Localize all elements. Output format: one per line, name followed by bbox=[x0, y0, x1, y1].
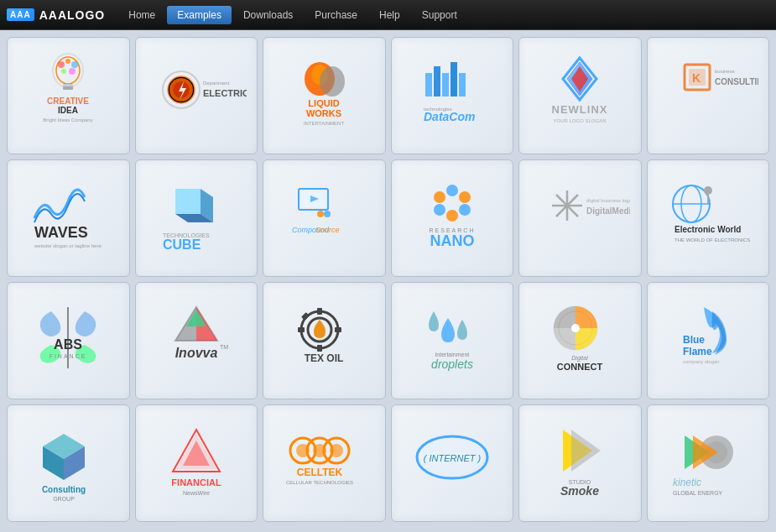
logo-kinetic[interactable]: kinetic GLOBAL ENERGY bbox=[647, 404, 770, 522]
svg-text:Source: Source bbox=[315, 226, 340, 234]
logo-blue-flame[interactable]: Blue Flame company slogan bbox=[647, 282, 770, 399]
logo-consulting-group[interactable]: Consulting GROUP bbox=[7, 404, 130, 522]
svg-point-4 bbox=[71, 61, 78, 68]
nav-home[interactable]: Home bbox=[118, 6, 165, 24]
svg-text:droplets: droplets bbox=[431, 357, 473, 371]
svg-text:FINANCIAL: FINANCIAL bbox=[171, 477, 221, 488]
svg-text:CONSULTING: CONSULTING bbox=[715, 77, 758, 86]
svg-marker-44 bbox=[175, 189, 201, 214]
nav-purchase[interactable]: Purchase bbox=[305, 6, 367, 24]
svg-text:GLOBAL ENERGY: GLOBAL ENERGY bbox=[673, 490, 723, 496]
svg-text:Department: Department bbox=[203, 81, 230, 86]
svg-rect-28 bbox=[450, 62, 457, 96]
svg-text:THE WORLD OF ELECTRONICS: THE WORLD OF ELECTRONICS bbox=[674, 237, 750, 243]
svg-text:TM: TM bbox=[220, 344, 228, 350]
svg-point-118 bbox=[313, 444, 326, 457]
svg-text:GROUP: GROUP bbox=[53, 496, 75, 502]
svg-text:Inovva: Inovva bbox=[174, 346, 217, 360]
logo-financial[interactable]: FINANCIAL NewsWire bbox=[135, 404, 258, 522]
svg-rect-91 bbox=[335, 327, 341, 332]
svg-text:kinetic: kinetic bbox=[673, 477, 701, 488]
logo-inovva[interactable]: Inovva TM bbox=[135, 282, 258, 399]
svg-point-73 bbox=[704, 186, 712, 195]
svg-point-6 bbox=[69, 68, 76, 75]
svg-text:Smoke: Smoke bbox=[560, 484, 599, 498]
svg-point-119 bbox=[330, 444, 343, 457]
svg-text:Consulting: Consulting bbox=[42, 485, 86, 494]
svg-rect-90 bbox=[298, 327, 305, 332]
svg-text:INTERTAINMENT: INTERTAINMENT bbox=[304, 121, 344, 126]
logo-newlinx[interactable]: NEWLINX YOUR LOGO SLOGAN bbox=[518, 37, 642, 154]
svg-text:CREATIVE: CREATIVE bbox=[47, 96, 89, 106]
logo-electronic-world[interactable]: Electronic World THE WORLD OF ELECTRONIC… bbox=[647, 159, 770, 277]
nav-logo: AAA AAALOGO bbox=[7, 8, 105, 22]
svg-text:Flame: Flame bbox=[683, 346, 712, 357]
logo-internet[interactable]: ( INTERNET ) bbox=[391, 404, 514, 522]
svg-rect-25 bbox=[425, 73, 432, 96]
svg-point-56 bbox=[434, 191, 445, 203]
logo-text: AAALOGO bbox=[39, 8, 106, 22]
svg-text:website slogan or tagline here: website slogan or tagline here bbox=[34, 243, 102, 248]
svg-text:NewsWire: NewsWire bbox=[183, 490, 210, 496]
logo-datacom[interactable]: technologies DataCom bbox=[391, 37, 514, 154]
svg-text:IDEA: IDEA bbox=[58, 106, 78, 115]
svg-point-53 bbox=[324, 211, 331, 217]
logo-celltek[interactable]: CELLTEK CELLULAR TECHNOLOGIES bbox=[263, 404, 386, 522]
logo-digital-media[interactable]: digital business logo DigitalMedia bbox=[518, 159, 642, 277]
svg-text:CUBE: CUBE bbox=[163, 237, 201, 252]
svg-rect-27 bbox=[442, 73, 449, 96]
svg-point-3 bbox=[65, 59, 70, 64]
svg-point-5 bbox=[61, 69, 66, 74]
svg-text:Bright Ideas Company: Bright Ideas Company bbox=[44, 117, 93, 123]
svg-rect-29 bbox=[459, 73, 466, 96]
svg-point-21 bbox=[320, 66, 345, 96]
svg-point-57 bbox=[446, 185, 458, 196]
svg-text:Blue: Blue bbox=[683, 334, 705, 346]
svg-text:company slogan: company slogan bbox=[683, 359, 720, 364]
svg-text:Digital: Digital bbox=[572, 355, 589, 362]
svg-text:K: K bbox=[692, 71, 700, 85]
logo-tex-oil[interactable]: TEX OIL bbox=[263, 282, 386, 399]
logo-studio-smoke[interactable]: STUDIO Smoke bbox=[518, 404, 642, 522]
svg-text:NEWLINX: NEWLINX bbox=[552, 103, 608, 116]
svg-text:CELLTEK: CELLTEK bbox=[297, 467, 343, 478]
logo-creative-idea[interactable]: CREATIVE IDEA Bright Ideas Company bbox=[7, 37, 130, 154]
svg-text:intertainment: intertainment bbox=[435, 352, 470, 357]
logo-abs[interactable]: ABS FINANCE bbox=[7, 282, 130, 399]
logo-business-consulting[interactable]: K business CONSULTING bbox=[647, 37, 770, 154]
svg-point-52 bbox=[317, 211, 324, 217]
svg-point-59 bbox=[434, 204, 445, 216]
svg-text:business: business bbox=[715, 69, 735, 74]
svg-text:( INTERNET ): ( INTERNET ) bbox=[424, 453, 482, 463]
logo-cube[interactable]: TECHNOLOGIES CUBE bbox=[135, 159, 258, 277]
nav-links: Home Examples Downloads Purchase Help Su… bbox=[118, 6, 467, 24]
svg-text:CELLULAR TECHNOLOGIES: CELLULAR TECHNOLOGIES bbox=[286, 480, 353, 485]
svg-rect-8 bbox=[63, 86, 73, 90]
logo-digital-connect[interactable]: Digital CONNECT bbox=[518, 282, 642, 399]
logo-grid: CREATIVE IDEA Bright Ideas Company bbox=[7, 37, 769, 522]
svg-point-58 bbox=[459, 191, 471, 203]
logo-liquid-works[interactable]: LIQUID WORKS INTERTAINMENT bbox=[263, 37, 386, 154]
svg-text:WAVES: WAVES bbox=[34, 224, 88, 241]
svg-point-2 bbox=[58, 61, 65, 68]
nav-examples[interactable]: Examples bbox=[167, 6, 232, 24]
svg-text:CONNECT: CONNECT bbox=[557, 362, 603, 372]
svg-point-60 bbox=[446, 210, 458, 222]
svg-text:DigitalMedia: DigitalMedia bbox=[586, 206, 630, 216]
svg-marker-126 bbox=[571, 430, 601, 472]
svg-text:ELECTRIC: ELECTRIC bbox=[203, 88, 247, 98]
svg-point-61 bbox=[459, 204, 471, 216]
svg-rect-89 bbox=[317, 345, 322, 352]
logo-compound-source[interactable]: Compound Source bbox=[263, 159, 386, 277]
logo-electric[interactable]: Department ELECTRIC bbox=[135, 37, 258, 154]
logo-droplets[interactable]: intertainment droplets bbox=[391, 282, 514, 399]
svg-text:YOUR LOGO SLOGAN: YOUR LOGO SLOGAN bbox=[554, 118, 607, 123]
logo-nano[interactable]: RESEARCH NANO bbox=[391, 159, 514, 277]
svg-text:digital business logo: digital business logo bbox=[586, 198, 630, 203]
nav-support[interactable]: Support bbox=[412, 6, 467, 24]
svg-text:WORKS: WORKS bbox=[306, 108, 341, 118]
nav-downloads[interactable]: Downloads bbox=[233, 6, 303, 24]
nav-help[interactable]: Help bbox=[369, 6, 410, 24]
logo-box: AAA bbox=[7, 8, 34, 21]
logo-waves[interactable]: WAVES website slogan or tagline here bbox=[7, 159, 130, 277]
